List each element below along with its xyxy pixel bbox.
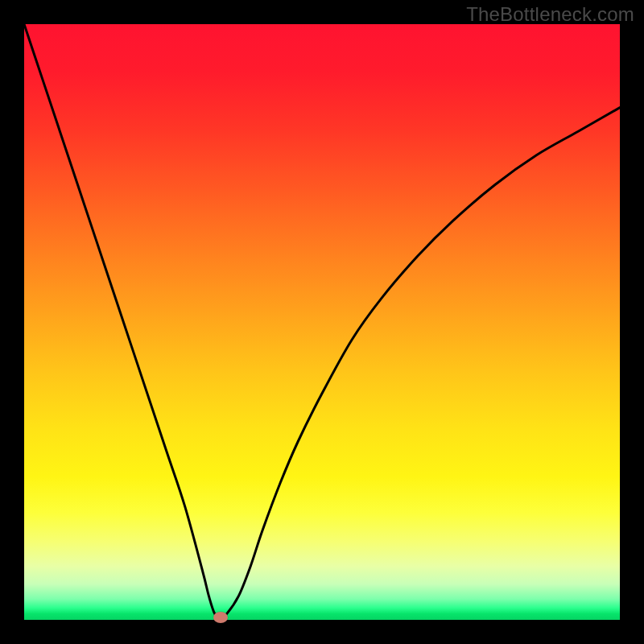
watermark-text: TheBottleneck.com	[466, 3, 634, 26]
optimum-marker	[213, 612, 228, 623]
chart-frame: TheBottleneck.com	[0, 0, 644, 644]
bottleneck-curve	[24, 24, 620, 620]
plot-area	[24, 24, 620, 620]
